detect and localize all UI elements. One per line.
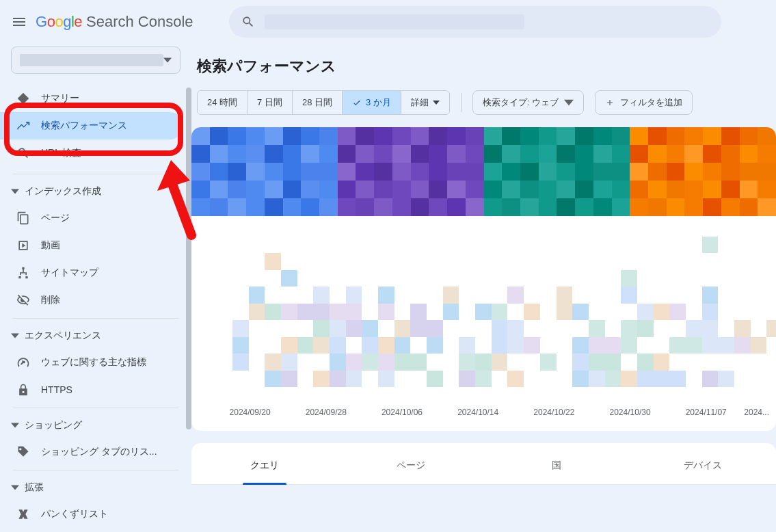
tab-page[interactable]: ページ bbox=[338, 460, 484, 484]
sidebar-item-label: 削除 bbox=[41, 294, 60, 306]
metric-tiles bbox=[191, 127, 776, 216]
sidebar-item-label: 検索パフォーマンス bbox=[41, 120, 127, 132]
range-label: 24 時間 bbox=[207, 96, 237, 109]
sidebar-item-shopping-listing[interactable]: ショッピング タブのリス... bbox=[0, 438, 183, 466]
x-tick: 2024... bbox=[744, 408, 769, 417]
chart-area bbox=[191, 216, 776, 401]
metric-tile-clicks[interactable] bbox=[191, 127, 338, 216]
x-tick: 2024/10/06 bbox=[364, 408, 440, 417]
sidebar-item-cwv[interactable]: ウェブに関する主な指標 bbox=[0, 349, 183, 376]
x-tick: 2024/09/28 bbox=[288, 408, 364, 417]
sidebar-item-pages[interactable]: ページ bbox=[0, 204, 183, 232]
tab-query[interactable]: クエリ bbox=[191, 460, 338, 484]
sidebar-item-videos[interactable]: 動画 bbox=[0, 232, 183, 259]
filter-label: 検索タイプ: ウェブ bbox=[483, 96, 559, 109]
main-content: 検索パフォーマンス 24 時間 7 日間 28 日間 3 か月 詳細 検索タイプ… bbox=[191, 44, 776, 532]
caret-down-icon bbox=[11, 187, 19, 196]
metric-tile-position[interactable] bbox=[630, 127, 776, 216]
sidebar-item-url-inspect[interactable]: URL 検査 bbox=[0, 139, 183, 167]
caret-down-icon bbox=[11, 332, 19, 340]
breadcrumb-icon bbox=[16, 507, 30, 521]
range-7d-button[interactable]: 7 日間 bbox=[247, 91, 293, 114]
sidebar-item-label: パンくずリスト bbox=[41, 508, 108, 520]
caret-down-icon bbox=[11, 421, 19, 429]
sitemap-icon bbox=[16, 266, 30, 280]
global-search-input[interactable] bbox=[229, 6, 721, 38]
visibility-off-icon bbox=[16, 293, 30, 307]
redacted-search-text bbox=[265, 14, 524, 29]
tab-country[interactable]: 国 bbox=[484, 460, 630, 484]
tab-label: クエリ bbox=[250, 460, 279, 470]
search-type-filter[interactable]: 検索タイプ: ウェブ bbox=[472, 90, 584, 115]
tag-icon bbox=[16, 445, 30, 459]
chart-x-axis: 2024/09/20 2024/09/28 2024/10/06 2024/10… bbox=[191, 401, 776, 431]
gauge-icon bbox=[16, 356, 30, 369]
check-icon bbox=[352, 98, 362, 107]
page-title: 検索パフォーマンス bbox=[197, 56, 776, 77]
section-header-indexing[interactable]: インデックス作成 bbox=[0, 178, 191, 204]
metric-tile-ctr[interactable] bbox=[484, 127, 630, 216]
section-label: エクスペリエンス bbox=[25, 330, 101, 342]
sidebar-item-label: サマリー bbox=[41, 92, 79, 105]
lock-icon bbox=[16, 383, 30, 397]
filter-label: フィルタを追加 bbox=[620, 96, 682, 109]
search-icon bbox=[241, 15, 255, 29]
caret-down-icon bbox=[564, 98, 574, 107]
sidebar-item-label: サイトマップ bbox=[41, 267, 98, 279]
tab-label: デバイス bbox=[684, 460, 722, 470]
section-header-experience[interactable]: エクスペリエンス bbox=[0, 323, 191, 349]
range-label: 7 日間 bbox=[257, 96, 282, 109]
property-selector[interactable] bbox=[11, 46, 180, 74]
date-range-segmented: 24 時間 7 日間 28 日間 3 か月 詳細 bbox=[197, 90, 450, 115]
filter-bar: 24 時間 7 日間 28 日間 3 か月 詳細 検索タイプ: ウェブ フ bbox=[191, 90, 776, 127]
tab-label: ページ bbox=[397, 460, 425, 470]
product-logo: Google Search Console bbox=[36, 13, 193, 31]
scrollbar-thumb[interactable] bbox=[186, 88, 191, 429]
pages-icon bbox=[16, 211, 30, 225]
sidebar-item-label: 動画 bbox=[41, 239, 60, 252]
add-filter-button[interactable]: フィルタを追加 bbox=[595, 90, 693, 115]
sidebar-item-removals[interactable]: 削除 bbox=[0, 287, 183, 314]
sidebar-item-label: ウェブに関する主な指標 bbox=[41, 356, 146, 369]
plus-icon bbox=[605, 98, 615, 107]
x-tick: 2024/10/14 bbox=[440, 408, 516, 417]
range-28d-button[interactable]: 28 日間 bbox=[293, 91, 343, 114]
sidebar-item-https[interactable]: HTTPS bbox=[0, 376, 183, 403]
play-box-icon bbox=[16, 239, 30, 252]
x-tick: 2024/11/07 bbox=[668, 408, 744, 417]
dimension-tabs: クエリ ページ 国 デバイス bbox=[191, 460, 776, 485]
tab-device[interactable]: デバイス bbox=[630, 460, 776, 484]
sidebar-item-performance[interactable]: 検索パフォーマンス bbox=[0, 112, 183, 139]
product-name: Search Console bbox=[86, 13, 193, 31]
dimension-tabs-card: クエリ ページ 国 デバイス bbox=[191, 443, 776, 485]
sidebar-item-label: ショッピング タブのリス... bbox=[41, 446, 157, 458]
google-wordmark: Google bbox=[36, 13, 82, 31]
sidebar-item-label: HTTPS bbox=[41, 384, 72, 395]
section-label: 拡張 bbox=[25, 481, 44, 494]
range-3m-button[interactable]: 3 か月 bbox=[343, 91, 401, 114]
x-tick: 2024/09/20 bbox=[212, 408, 288, 417]
magnifier-icon bbox=[16, 146, 30, 160]
range-detail-button[interactable]: 詳細 bbox=[401, 91, 449, 114]
sidebar-item-summary[interactable]: サマリー bbox=[0, 85, 183, 112]
tab-label: 国 bbox=[552, 460, 561, 470]
trend-line-icon bbox=[16, 119, 30, 133]
metric-tile-impressions[interactable] bbox=[338, 127, 484, 216]
section-label: ショッピング bbox=[25, 419, 82, 431]
divider bbox=[461, 93, 461, 112]
section-header-enhancements[interactable]: 拡張 bbox=[0, 475, 191, 501]
section-label: インデックス作成 bbox=[25, 185, 101, 198]
section-header-shopping[interactable]: ショッピング bbox=[0, 412, 191, 438]
sidebar-scrollbar[interactable] bbox=[186, 88, 191, 477]
x-tick: 2024/10/30 bbox=[592, 408, 668, 417]
range-24h-button[interactable]: 24 時間 bbox=[198, 91, 247, 114]
caret-down-icon bbox=[11, 483, 19, 492]
sidebar-item-label: ページ bbox=[41, 212, 70, 224]
caret-down-icon bbox=[163, 56, 172, 64]
hamburger-menu-icon[interactable] bbox=[11, 14, 27, 30]
range-label: 3 か月 bbox=[366, 96, 391, 109]
sidebar: サマリー 検索パフォーマンス URL 検査 インデックス作成 ページ 動画 bbox=[0, 44, 191, 532]
sidebar-item-breadcrumb[interactable]: パンくずリスト bbox=[0, 501, 183, 528]
caret-down-icon bbox=[433, 99, 440, 106]
sidebar-item-sitemaps[interactable]: サイトマップ bbox=[0, 259, 183, 287]
